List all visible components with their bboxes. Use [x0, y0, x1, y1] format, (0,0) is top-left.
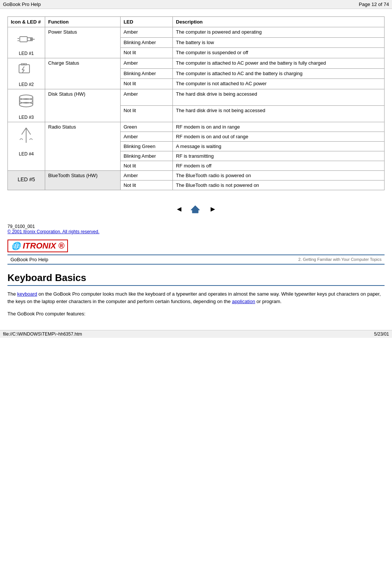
forward-button[interactable]: ►	[209, 205, 217, 213]
file-path-bar: file://C:\WINDOWS\TEMP\~hh6357.htm 5/23/…	[0, 330, 392, 338]
table-row: LED #3 Disk Status (HW) Amber The hard d…	[8, 89, 385, 106]
led-amber-1: Amber	[120, 27, 172, 38]
icon-cell-led4: LED #4	[8, 122, 45, 171]
file-date: 5/23/01	[374, 331, 389, 337]
led3-label: LED #3	[11, 115, 42, 120]
svg-line-21	[26, 128, 31, 135]
desc-blinking-amber-1: The battery is low	[173, 37, 385, 48]
led-blinking-amber-2: Blinking Amber	[120, 68, 172, 79]
desc-amber-4: RF modem is on and out of range	[173, 132, 385, 142]
itronix-logo-area: 🌐 ITRONIX®	[7, 240, 385, 252]
svg-line-9	[22, 67, 24, 70]
led-table: Icon & LED # Function LED Description	[7, 16, 385, 190]
desc-blinking-amber-2: The computer is attached to AC and the b…	[173, 68, 385, 79]
itronix-name: ITRONIX	[23, 241, 56, 251]
desc-amber-3: The hard disk drive is being accessed	[173, 89, 385, 106]
table-row: LED #1 Power Status Amber The computer i…	[8, 27, 385, 38]
led5-label: LED #5	[11, 173, 42, 182]
led-not-lit-1: Not lit	[120, 48, 172, 58]
icon-cell-led3: LED #3	[8, 89, 45, 122]
section-heading: Keyboard Basics	[7, 272, 385, 286]
desc-amber-5: The BlueTooth radio is powered on	[173, 171, 385, 181]
table-row: LED #4 Radio Status Green RF modem is on…	[8, 122, 385, 132]
led2-label: LED #2	[11, 82, 42, 87]
col-header-function: Function	[45, 17, 121, 27]
application-link[interactable]: application	[232, 299, 255, 304]
icon-cell-led5: LED #5	[8, 171, 45, 190]
led-blinking-amber-1: Blinking Amber	[120, 37, 172, 48]
led-blinking-amber-4: Blinking Amber	[120, 151, 172, 161]
home-button[interactable]	[190, 203, 203, 213]
power-icon	[16, 29, 37, 50]
led-blinking-green-4: Blinking Green	[120, 142, 172, 151]
keyboard-link[interactable]: keyboard	[17, 291, 37, 297]
bottom-bar: GoBook Pro Help 2. Getting Familiar with…	[7, 255, 385, 265]
nav-icons: ◄ ►	[7, 198, 385, 220]
desc-not-lit-3: The hard disk drive is not being accesse…	[173, 106, 385, 122]
function-cell-led4: Radio Status	[45, 122, 121, 171]
svg-rect-0	[20, 37, 27, 42]
led-amber-5: Amber	[120, 171, 172, 181]
desc-green-4: RF modem is on and in range	[173, 122, 385, 132]
function-cell-led3: Disk Status (HW)	[45, 89, 121, 122]
disk-icon	[16, 91, 37, 114]
led-amber-2: Amber	[120, 58, 172, 69]
desc-not-lit-2: The computer is not attached to AC power	[173, 79, 385, 89]
desc-amber-1: The computer is powered and operating	[173, 27, 385, 38]
icon-cell-led2: LED #2	[8, 58, 45, 89]
function-cell-led2: Charge Status	[45, 58, 121, 89]
desc-blinking-green-4: A message is waiting	[173, 142, 385, 151]
desc-not-lit-1: The computer is suspended or off	[173, 48, 385, 58]
bottom-gobook-help: GoBook Pro Help	[10, 257, 48, 262]
header-bar: GoBook Pro Help Page 12 of 74	[0, 0, 392, 9]
function-cell-led1: Power Status	[45, 27, 121, 58]
back-button[interactable]: ◄	[175, 205, 183, 213]
radio-icon	[16, 124, 37, 150]
doc-id: 79_0100_001	[7, 224, 385, 229]
svg-line-20	[22, 128, 26, 135]
led-not-lit-2: Not lit	[120, 79, 172, 89]
globe-icon: 🌐	[11, 241, 21, 250]
svg-rect-6	[19, 65, 29, 73]
col-header-description: Description	[173, 17, 385, 27]
col-header-icon: Icon & LED #	[8, 17, 45, 27]
body-paragraph-2: The GoBook Pro computer features:	[7, 310, 385, 318]
led1-label: LED #1	[11, 51, 42, 56]
main-content: Icon & LED # Function LED Description	[0, 9, 392, 326]
page-info: Page 12 of 74	[359, 1, 389, 7]
led4-label: LED #4	[11, 151, 42, 157]
led-not-lit-4: Not lit	[120, 161, 172, 171]
icon-cell-led1: LED #1	[8, 27, 45, 58]
desc-amber-2: The computer is attached to AC power and…	[173, 58, 385, 69]
body-paragraph-1: The keyboard on the GoBook Pro computer …	[7, 290, 385, 306]
led-amber-3: Amber	[120, 89, 172, 106]
itronix-logo: 🌐 ITRONIX®	[7, 240, 68, 252]
desc-not-lit-4: RF modem is off	[173, 161, 385, 171]
led-not-lit-5: Not lit	[120, 181, 172, 190]
app-title: GoBook Pro Help	[3, 1, 41, 7]
copyright-link[interactable]: © 2001 Itronix Corporation. All rights r…	[7, 229, 99, 234]
table-row: LED #2 Charge Status Amber The computer …	[8, 58, 385, 69]
svg-marker-22	[191, 206, 200, 213]
desc-not-lit-5: The BlueTooth radio is not powered on	[173, 181, 385, 190]
desc-blinking-amber-4: RF is transmitting	[173, 151, 385, 161]
function-cell-led5: BlueTooth Status (HW)	[45, 171, 121, 190]
table-row: LED #5 BlueTooth Status (HW) Amber The B…	[8, 171, 385, 181]
led-not-lit-3: Not lit	[120, 106, 172, 122]
file-path: file://C:\WINDOWS\TEMP\~hh6357.htm	[3, 331, 82, 337]
topics-text: 2. Getting Familiar with Your Computer T…	[298, 257, 382, 262]
col-header-led: LED	[120, 17, 172, 27]
footer-info: 79_0100_001 © 2001 Itronix Corporation. …	[7, 224, 385, 234]
charge-icon	[16, 60, 37, 81]
led-amber-4: Amber	[120, 132, 172, 142]
led-green-4: Green	[120, 122, 172, 132]
